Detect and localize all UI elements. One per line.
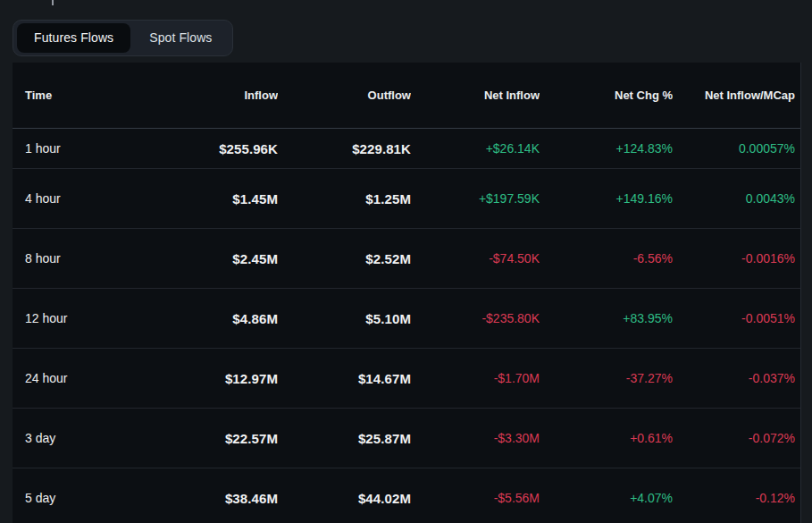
cell-net-inflow-mcap: -0.0016%: [673, 251, 801, 266]
column-header-net-chg-: Net Chg %: [540, 89, 673, 102]
cell-outflow: $1.25M: [278, 191, 411, 207]
column-header-outflow: Outflow: [278, 89, 411, 102]
cell-net-chg: -6.56%: [540, 251, 673, 266]
flows-tab-group: Futures Flows Spot Flows: [13, 20, 233, 56]
cell-outflow: $44.02M: [278, 491, 411, 506]
cell-net-chg: +4.07%: [540, 491, 673, 505]
cell-inflow: $1.45M: [145, 191, 278, 207]
cell-net-inflow: -$5.56M: [411, 491, 540, 505]
table-row: 3 day$22.57M$25.87M-$3.30M+0.61%-0.072%: [13, 409, 800, 468]
cell-net-inflow: +$26.14K: [411, 141, 540, 156]
cell-net-inflow-mcap: -0.072%: [673, 431, 801, 445]
stray-caret-artifact: [52, 0, 54, 5]
cell-time: 1 hour: [13, 141, 145, 156]
cell-inflow: $255.96K: [145, 141, 278, 156]
cell-net-inflow-mcap: -0.037%: [673, 371, 801, 385]
cell-net-inflow-mcap: -0.0051%: [673, 311, 801, 325]
table-row: 12 hour$4.86M$5.10M-$235.80K+83.95%-0.00…: [13, 289, 800, 349]
table-row: 5 day$38.46M$44.02M-$5.56M+4.07%-0.12%: [13, 468, 800, 523]
cell-time: 5 day: [13, 491, 145, 505]
table-row: 4 hour$1.45M$1.25M+$197.59K+149.16%0.004…: [13, 169, 800, 229]
cell-time: 12 hour: [13, 311, 145, 325]
cell-inflow: $22.57M: [145, 431, 278, 446]
cell-net-inflow: -$235.80K: [411, 311, 540, 325]
table-body: 1 hour$255.96K$229.81K+$26.14K+124.83%0.…: [13, 129, 800, 523]
cell-time: 8 hour: [13, 251, 145, 266]
cell-net-inflow: -$74.50K: [411, 251, 540, 266]
cell-time: 4 hour: [13, 191, 145, 206]
cell-net-inflow: -$1.70M: [411, 371, 540, 385]
cell-net-chg: +124.83%: [540, 141, 673, 156]
table-header-row: TimeInflowOutflowNet InflowNet Chg %Net …: [13, 63, 800, 129]
table-row: 24 hour$12.97M$14.67M-$1.70M-37.27%-0.03…: [13, 349, 800, 409]
table-row: 1 hour$255.96K$229.81K+$26.14K+124.83%0.…: [13, 129, 800, 169]
cell-inflow: $2.45M: [145, 251, 278, 266]
cell-net-chg: +149.16%: [540, 191, 673, 206]
flows-table-card: TimeInflowOutflowNet InflowNet Chg %Net …: [13, 63, 801, 523]
cell-net-inflow: -$3.30M: [411, 431, 540, 445]
cell-net-inflow-mcap: 0.0043%: [673, 191, 801, 206]
cell-net-chg: -37.27%: [540, 371, 673, 385]
column-header-time: Time: [13, 89, 145, 102]
cell-outflow: $2.52M: [278, 251, 411, 266]
cell-net-inflow-mcap: -0.12%: [673, 491, 801, 505]
column-header-inflow: Inflow: [145, 89, 278, 102]
table-row: 8 hour$2.45M$2.52M-$74.50K-6.56%-0.0016%: [13, 229, 800, 289]
cell-outflow: $229.81K: [278, 141, 411, 156]
column-header-net-inflow-mcap: Net Inflow/MCap: [673, 89, 801, 102]
column-header-net-inflow: Net Inflow: [411, 89, 540, 102]
cell-outflow: $14.67M: [278, 371, 411, 386]
tab-spot-flows[interactable]: Spot Flows: [132, 23, 229, 53]
cell-inflow: $4.86M: [145, 311, 278, 326]
cell-inflow: $12.97M: [145, 371, 278, 386]
cell-net-inflow: +$197.59K: [411, 191, 540, 206]
cell-inflow: $38.46M: [145, 491, 278, 506]
cell-net-chg: +0.61%: [540, 431, 673, 445]
cell-time: 3 day: [13, 431, 145, 445]
cell-outflow: $5.10M: [278, 311, 411, 326]
cell-time: 24 hour: [13, 371, 145, 385]
cell-net-chg: +83.95%: [540, 311, 673, 325]
tab-futures-flows[interactable]: Futures Flows: [17, 23, 130, 53]
cell-outflow: $25.87M: [278, 431, 411, 446]
cell-net-inflow-mcap: 0.00057%: [673, 141, 801, 156]
